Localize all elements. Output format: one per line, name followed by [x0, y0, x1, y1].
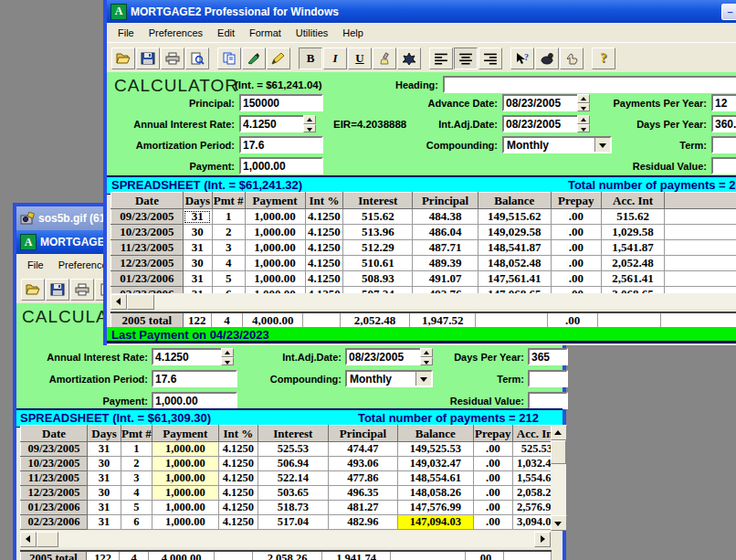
table-cell: 3 — [121, 471, 152, 486]
column-header: Pmt # — [212, 193, 245, 209]
totals-cell: 1,941.74 — [322, 551, 391, 560]
annual-interest-rate-input[interactable] — [239, 115, 305, 132]
italic-button[interactable]: I — [323, 48, 347, 69]
print-icon[interactable] — [161, 48, 184, 69]
table-cell: 484.38 — [413, 209, 478, 225]
table-row[interactable]: 10/23/20053021,000.004.1250506.94493.061… — [21, 457, 562, 471]
int-adj-date-input[interactable] — [502, 115, 579, 132]
front-horizontal-scrollbar[interactable] — [110, 293, 736, 309]
payments-per-year-input[interactable] — [711, 94, 736, 111]
amortization-period-input[interactable] — [239, 136, 323, 153]
ink-tool-icon[interactable] — [397, 48, 421, 69]
table-row[interactable]: 10/23/20053021,000.004.1250513.96486.041… — [111, 225, 736, 240]
table-row[interactable]: 01/23/20063151,000.004.1250508.93491.071… — [111, 271, 736, 287]
table-cell: 487.71 — [413, 240, 478, 256]
save-icon[interactable] — [136, 48, 160, 69]
open-icon[interactable] — [111, 48, 135, 69]
scroll-left-button[interactable] — [20, 532, 37, 547]
table-row[interactable]: 02/23/20063161,000.004.1250517.04482.961… — [21, 515, 562, 530]
payment-input[interactable] — [152, 392, 237, 409]
help-icon-glyph: ? — [601, 51, 607, 66]
table-cell: 503.65 — [258, 486, 328, 501]
align-right-icon[interactable] — [478, 48, 502, 69]
pencil-icon[interactable] — [267, 48, 290, 69]
back-vertical-scrollbar[interactable] — [551, 425, 566, 531]
amortization-period-input[interactable] — [152, 370, 237, 387]
column-header: Balance — [397, 426, 473, 442]
open-icon[interactable] — [21, 279, 45, 301]
annual-interest-rate-spinner[interactable] — [221, 348, 234, 365]
table-row[interactable]: 01/23/20063151,000.004.1250518.73481.271… — [21, 501, 562, 515]
bold-button[interactable]: B — [299, 48, 322, 69]
table-cell: 01/23/2006 — [111, 271, 184, 287]
table-cell: 30 — [88, 457, 121, 471]
align-left-icon[interactable] — [429, 48, 453, 69]
menu-item-file[interactable]: File — [110, 25, 142, 41]
annual-interest-rate-input[interactable] — [152, 348, 223, 365]
menu-item-utilities[interactable]: Utilities — [289, 25, 335, 41]
menu-item-format[interactable]: Format — [242, 25, 289, 41]
table-cell: 4.1250 — [218, 442, 258, 457]
principal-input[interactable] — [239, 94, 323, 111]
days-per-year-input[interactable] — [528, 348, 568, 365]
front-window-mortgage2[interactable]: A MORTGAGE2 Professional for Windows – F… — [103, 0, 736, 345]
underline-button[interactable]: U — [348, 48, 372, 69]
table-cell: 1,000.00 — [245, 256, 305, 271]
menu-item-edit[interactable]: Edit — [210, 25, 242, 41]
table-row[interactable]: 11/23/20053131,000.004.1250522.14477.861… — [21, 471, 562, 486]
payment-input[interactable] — [239, 157, 323, 174]
marker-pen-icon[interactable] — [242, 48, 266, 69]
int-adj-date-input[interactable] — [345, 348, 422, 365]
print-icon[interactable] — [70, 279, 94, 301]
residual-value-input[interactable] — [711, 157, 736, 174]
table-row[interactable]: 11/23/20053131,000.004.1250512.29487.711… — [111, 240, 736, 256]
copy-icon[interactable] — [217, 48, 241, 69]
table-cell: .00 — [473, 486, 512, 501]
menu-item-file[interactable]: File — [20, 257, 51, 273]
hand-pointer-icon[interactable] — [560, 48, 584, 69]
back-horizontal-scrollbar[interactable] — [20, 531, 551, 547]
hscroll-thumb[interactable] — [127, 294, 154, 310]
table-cell: 148,541.87 — [478, 240, 551, 256]
table-cell: 517.04 — [258, 515, 328, 530]
scroll-left-button[interactable] — [110, 294, 127, 310]
payments-per-year-label: Payments Per Year: — [577, 98, 707, 109]
residual-value-input[interactable] — [528, 392, 568, 409]
days-per-year-input[interactable] — [711, 115, 736, 132]
menu-item-help[interactable]: Help — [335, 25, 371, 41]
table-cell: 30 — [183, 256, 212, 271]
table-row[interactable]: 12/23/20053041,000.004.1250510.61489.391… — [111, 256, 736, 271]
table-cell: 10/23/2005 — [21, 457, 88, 471]
scroll-up-button[interactable] — [551, 425, 567, 440]
term-input[interactable] — [528, 370, 568, 387]
advance-date-input[interactable] — [502, 94, 579, 111]
front-titlebar[interactable]: A MORTGAGE2 Professional for Windows – — [107, 0, 736, 23]
scroll-right-button[interactable] — [534, 532, 551, 547]
help-icon[interactable]: ? — [592, 48, 615, 69]
table-cell: .00 — [473, 442, 512, 457]
paintbrush-icon[interactable] — [373, 48, 396, 69]
term-input[interactable] — [711, 136, 736, 153]
table-cell: 31 — [88, 515, 121, 530]
table-row[interactable]: 09/23/20053111,000.004.1250515.62484.381… — [111, 209, 736, 225]
hscroll-thumb[interactable] — [37, 532, 58, 547]
heading-label: Heading: — [376, 79, 438, 90]
scroll-down-button[interactable] — [551, 515, 567, 531]
table-row[interactable]: 12/23/20053041,000.004.1250503.65496.351… — [21, 486, 562, 501]
vscroll-thumb[interactable] — [551, 440, 566, 464]
print-preview-icon[interactable] — [185, 48, 209, 69]
save-icon[interactable] — [46, 279, 69, 301]
heading-input[interactable] — [443, 76, 736, 93]
table-cell: .00 — [473, 515, 512, 530]
align-center-icon[interactable] — [454, 48, 478, 69]
menu-item-preferences[interactable]: Preferences — [142, 25, 210, 41]
context-help-icon[interactable]: ? — [510, 48, 534, 69]
compounding-select[interactable]: Monthly — [345, 370, 433, 387]
underline-button-glyph: U — [355, 51, 363, 66]
duck-tool-icon[interactable] — [535, 48, 559, 69]
table-row[interactable]: 09/23/20053111,000.004.1250525.53474.471… — [21, 442, 562, 457]
table-cell: 30 — [183, 225, 212, 240]
column-header: Balance — [478, 193, 551, 209]
annual-interest-rate-spinner[interactable] — [303, 115, 316, 132]
minimize-button[interactable]: – — [721, 4, 736, 20]
